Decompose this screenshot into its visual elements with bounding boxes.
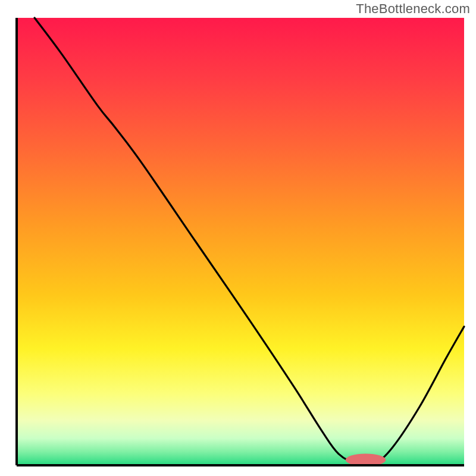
attribution-text: TheBottleneck.com xyxy=(356,1,470,17)
chart-frame: TheBottleneck.com xyxy=(0,0,476,476)
bottleneck-chart xyxy=(0,0,476,476)
